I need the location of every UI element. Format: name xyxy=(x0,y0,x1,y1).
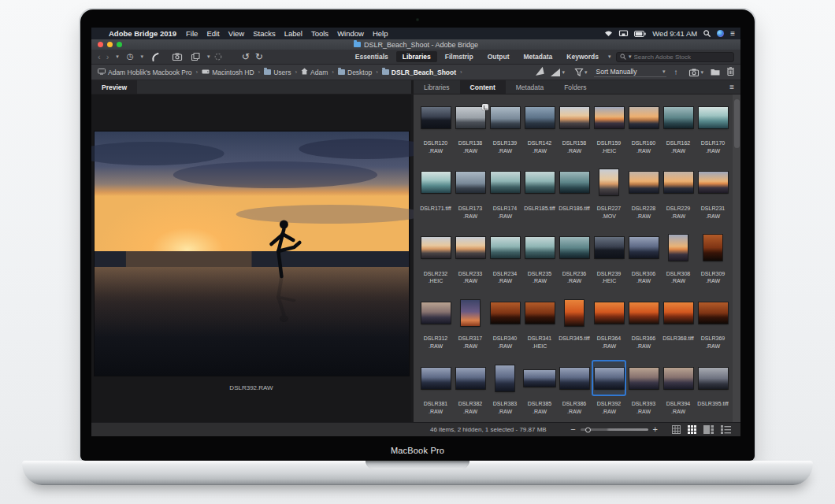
import-from-camera-icon[interactable] xyxy=(173,53,182,61)
new-folder-icon[interactable] xyxy=(711,68,720,77)
display-mirroring-icon[interactable] xyxy=(619,30,628,37)
menu-tools[interactable]: Tools xyxy=(311,29,328,38)
thumbnail-dslr317[interactable]: DSLR317.RAW xyxy=(453,291,488,357)
thumbnail-dslr231[interactable]: DSLR231.RAW xyxy=(696,161,730,227)
filter-rating-control[interactable]: ▾ xyxy=(551,69,565,76)
thumbnail-dslr138[interactable]: DSLR138.RAW xyxy=(453,96,488,161)
thumbnail-dslr340[interactable]: DSLR340.RAW xyxy=(488,291,522,357)
workspace-tab-essentials[interactable]: Essentials xyxy=(349,51,395,62)
thumbnail-dslr341[interactable]: DSLR341.HEIC xyxy=(522,291,557,357)
delete-trash-icon[interactable] xyxy=(727,67,734,77)
thumbnail-dslr174[interactable]: DSLR174.RAW xyxy=(488,161,522,227)
thumbnail-dslr142[interactable]: DSLR142.RAW xyxy=(522,96,557,161)
scrollbar-track[interactable] xyxy=(733,94,740,422)
sort-dropdown[interactable]: Sort Manually ▾ xyxy=(594,67,666,77)
workspace-tab-libraries[interactable]: Libraries xyxy=(396,51,437,62)
app-menu-title[interactable]: Adobe Bridge 2019 xyxy=(109,29,176,38)
tab-content[interactable]: Content xyxy=(460,80,506,94)
open-in-camera-raw-control[interactable]: ▾ xyxy=(689,69,703,76)
workspace-tab-metadata[interactable]: Metadata xyxy=(517,51,559,62)
siri-icon[interactable] xyxy=(717,30,724,37)
thumbnail-dslr369[interactable]: DSLR369.RAW xyxy=(696,291,730,357)
search-input[interactable] xyxy=(634,54,730,61)
filter-control[interactable]: ▾ xyxy=(575,69,588,76)
minimize-window-button[interactable] xyxy=(107,42,113,47)
thumbnail-dslr368[interactable]: DSLR368.tiff xyxy=(661,291,696,357)
close-window-button[interactable] xyxy=(98,42,103,47)
thumbnail-dslr186[interactable]: DSLR186.tiff xyxy=(557,161,592,227)
breadcrumb-dslr-beach-shoot[interactable]: DSLR_Beach_Shoot xyxy=(382,69,456,76)
workspace-tab-filmstrip[interactable]: Filmstrip xyxy=(439,51,480,62)
scrollbar-thumb[interactable] xyxy=(734,99,740,148)
menu-help[interactable]: Help xyxy=(373,29,388,38)
thumbnail-dslr308[interactable]: DSLR308.RAW xyxy=(661,227,696,292)
menu-view[interactable]: View xyxy=(228,29,244,38)
thumbnail-dslr236[interactable]: DSLR236.RAW xyxy=(557,227,592,292)
thumbnail-dslr383[interactable]: DSLR383.RAW xyxy=(488,357,522,422)
rotate-cw-icon[interactable]: ↻ xyxy=(255,52,263,61)
thumbnail-dslr229[interactable]: DSLR229.RAW xyxy=(661,161,696,227)
view-details-icon[interactable] xyxy=(703,425,714,434)
thumbnail-dslr160[interactable]: DSLR160.RAW xyxy=(626,96,661,161)
thumbnail-dslr185[interactable]: DSLR185.tiff xyxy=(522,161,557,227)
adobe-stock-searchbox[interactable]: ▾ xyxy=(616,52,734,62)
breadcrumb-adam[interactable]: Adam xyxy=(301,68,328,76)
back-button[interactable]: ‹ xyxy=(98,53,101,61)
view-grid-lock-icon[interactable] xyxy=(672,425,681,434)
thumbnail-dslr345[interactable]: DSLR345.tiff xyxy=(557,291,592,357)
battery-icon[interactable] xyxy=(634,31,646,37)
thumbnail-dslr394[interactable]: DSLR394.RAW xyxy=(661,357,696,422)
thumbnail-dslr382[interactable]: DSLR382.RAW xyxy=(453,357,488,422)
workspace-tab-output[interactable]: Output xyxy=(481,51,516,62)
batch-chevron-icon[interactable]: ▾ xyxy=(207,54,210,60)
thumbnail-dslr234[interactable]: DSLR234.RAW xyxy=(488,227,522,292)
thumbnail-dslr385[interactable]: DSLR385.RAW xyxy=(522,357,557,422)
thumbnail-dslr232[interactable]: DSLR232.HEIC xyxy=(418,227,453,292)
notification-center-icon[interactable]: ≡ xyxy=(730,29,734,38)
nav-history-chevron-icon[interactable]: ▾ xyxy=(116,54,119,60)
thumbnail-dslr309[interactable]: DSLR309.RAW xyxy=(696,227,730,292)
slider-thumb[interactable] xyxy=(585,427,591,432)
thumbnail-dslr158[interactable]: DSLR158.RAW xyxy=(557,96,592,161)
boomerang-icon[interactable] xyxy=(151,53,159,61)
panel-menu-icon[interactable]: ≡ xyxy=(723,80,740,94)
batch-files-icon[interactable] xyxy=(191,53,200,61)
rotate-ccw-icon[interactable]: ↺ xyxy=(242,52,250,61)
breadcrumb-users[interactable]: Users xyxy=(264,69,291,76)
menubar-clock[interactable]: Wed 9:41 AM xyxy=(652,29,697,38)
thumbnail-dslr392[interactable]: DSLR392.RAW xyxy=(592,357,626,422)
preview-image[interactable] xyxy=(95,132,409,376)
zoom-in-button[interactable]: + xyxy=(653,425,658,434)
recent-chevron-icon[interactable]: ▾ xyxy=(141,54,144,60)
thumbnail-dslr227[interactable]: DSLR227.MOV xyxy=(592,161,626,227)
thumbnail-dslr173[interactable]: DSLR173.RAW xyxy=(453,161,488,227)
workspace-tab-keywords[interactable]: Keywords xyxy=(560,51,605,62)
view-list-icon[interactable] xyxy=(721,425,731,434)
menu-window[interactable]: Window xyxy=(337,29,364,38)
thumbnail-dslr312[interactable]: DSLR312.RAW xyxy=(418,291,453,357)
zoom-out-button[interactable]: − xyxy=(570,425,575,434)
thumbnail-dslr386[interactable]: DSLR386.RAW xyxy=(557,357,592,422)
thumbnail-dslr239[interactable]: DSLR239.HEIC xyxy=(592,227,626,292)
thumbnail-dslr233[interactable]: DSLR233.RAW xyxy=(453,227,488,292)
thumbnail-dslr306[interactable]: DSLR306.RAW xyxy=(626,227,661,292)
thumbnail-dslr120[interactable]: DSLR120.RAW xyxy=(418,96,453,161)
breadcrumb-adam-hoblik-s-macbook-pro[interactable]: Adam Hoblik's Macbook Pro xyxy=(98,69,192,76)
tab-metadata[interactable]: Metadata xyxy=(506,80,554,94)
thumbnail-dslr139[interactable]: DSLR139.RAW xyxy=(488,96,522,161)
sort-ascending-icon[interactable]: ↑ xyxy=(674,68,677,76)
thumbnail-dslr395[interactable]: DSLR395.tiff xyxy=(696,357,730,422)
thumbnail-dslr366[interactable]: DSLR366.RAW xyxy=(626,291,661,357)
thumbnail-dslr381[interactable]: DSLR381.RAW xyxy=(418,357,453,422)
workspace-chevron-icon[interactable]: ▾ xyxy=(608,54,611,60)
spotlight-search-icon[interactable] xyxy=(703,30,711,37)
menu-stacks[interactable]: Stacks xyxy=(253,29,276,38)
thumbnail-dslr364[interactable]: DSLR364.RAW xyxy=(592,291,626,357)
thumbnail-dslr235[interactable]: DSLR235.RAW xyxy=(522,227,557,292)
breadcrumb-macintosh-hd[interactable]: Macintosh HD xyxy=(202,69,254,76)
view-thumbnails-icon[interactable] xyxy=(688,425,696,434)
menu-edit[interactable]: Edit xyxy=(206,29,219,38)
tab-folders[interactable]: Folders xyxy=(554,80,596,94)
wifi-icon[interactable] xyxy=(604,30,613,37)
breadcrumb-desktop[interactable]: Desktop xyxy=(338,69,372,76)
